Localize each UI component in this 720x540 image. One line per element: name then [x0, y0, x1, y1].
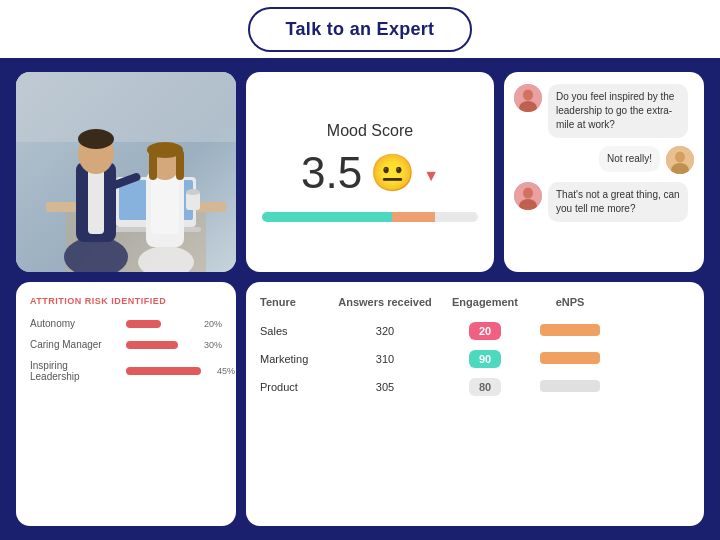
svg-rect-19	[176, 150, 184, 180]
th-answers: Answers received	[330, 296, 440, 308]
attrition-risk-3: Inspiring Leadership 45%	[30, 360, 222, 382]
mood-bar	[262, 212, 478, 222]
attrition-bar-1	[126, 320, 161, 328]
table-row-sales: Sales 320 20	[260, 322, 690, 340]
td-engagement-3: 80	[440, 378, 530, 396]
td-tenure-3: Product	[260, 381, 330, 393]
attrition-pct-3: 45%	[207, 366, 235, 376]
attrition-bar-container-3	[126, 367, 201, 375]
attrition-card: ATTRITION RISK IDENTIFIED Autonomy 20% C…	[16, 282, 236, 526]
svg-point-23	[523, 90, 533, 101]
attrition-bar-2	[126, 341, 178, 349]
td-enps-1	[530, 324, 610, 338]
chat-message-2: Not really!	[514, 146, 694, 174]
mood-score-row: 3.5 😐 ▼	[301, 148, 439, 198]
td-tenure-1: Sales	[260, 325, 330, 337]
main-content: Mood Score 3.5 😐 ▼ Do you feel inspir	[0, 58, 720, 540]
engagement-badge-2: 90	[469, 350, 501, 368]
td-answers-3: 305	[330, 381, 440, 393]
svg-point-11	[78, 129, 114, 149]
td-enps-2	[530, 352, 610, 366]
attrition-pct-1: 20%	[194, 319, 222, 329]
mood-score-number: 3.5	[301, 148, 362, 198]
td-answers-2: 310	[330, 353, 440, 365]
attrition-label: ATTRITION RISK IDENTIFIED	[30, 296, 222, 306]
svg-rect-1	[16, 72, 236, 142]
top-row: Mood Score 3.5 😐 ▼ Do you feel inspir	[16, 72, 704, 272]
mood-score-title: Mood Score	[327, 122, 413, 140]
chat-bubble-1: Do you feel inspired by the leadership t…	[548, 84, 688, 138]
attrition-bar-container-1	[126, 320, 188, 328]
attrition-pct-2: 30%	[194, 340, 222, 350]
engagement-badge-1: 20	[469, 322, 501, 340]
table-row-product: Product 305 80	[260, 378, 690, 396]
chat-bubble-3: That's not a great thing, can you tell m…	[548, 182, 688, 222]
attrition-risk-1: Autonomy 20%	[30, 318, 222, 329]
svg-rect-9	[88, 164, 104, 234]
td-answers-1: 320	[330, 325, 440, 337]
table-row-marketing: Marketing 310 90	[260, 350, 690, 368]
chat-bubble-2: Not really!	[599, 146, 660, 172]
svg-rect-15	[151, 174, 179, 234]
chat-avatar-3	[514, 182, 542, 210]
th-enps: eNPS	[530, 296, 610, 308]
mood-arrow-icon: ▼	[423, 167, 439, 185]
engagement-badge-3: 80	[469, 378, 501, 396]
chat-message-3: That's not a great thing, can you tell m…	[514, 182, 694, 222]
attrition-name-3: Inspiring Leadership	[30, 360, 120, 382]
enps-bar-2	[540, 352, 600, 364]
chat-avatar-1	[514, 84, 542, 112]
attrition-name-1: Autonomy	[30, 318, 120, 329]
mood-emoji: 😐	[370, 152, 415, 194]
td-engagement-2: 90	[440, 350, 530, 368]
th-engagement: Engagement	[440, 296, 530, 308]
td-tenure-2: Marketing	[260, 353, 330, 365]
svg-point-26	[675, 152, 685, 163]
chat-card: Do you feel inspired by the leadership t…	[504, 72, 704, 272]
top-bar: Talk to an Expert	[0, 0, 720, 58]
table-card: Tenure Answers received Engagement eNPS …	[246, 282, 704, 526]
td-engagement-1: 20	[440, 322, 530, 340]
th-tenure: Tenure	[260, 296, 330, 308]
svg-point-21	[186, 189, 200, 195]
attrition-bar-3	[126, 367, 201, 375]
bottom-row: ATTRITION RISK IDENTIFIED Autonomy 20% C…	[16, 282, 704, 526]
mood-score-card: Mood Score 3.5 😐 ▼	[246, 72, 494, 272]
attrition-risk-2: Caring Manager 30%	[30, 339, 222, 350]
table-header: Tenure Answers received Engagement eNPS	[260, 296, 690, 312]
chat-avatar-2	[666, 146, 694, 174]
attrition-name-2: Caring Manager	[30, 339, 120, 350]
attrition-bar-container-2	[126, 341, 188, 349]
enps-bar-3	[540, 380, 600, 392]
chat-message-1: Do you feel inspired by the leadership t…	[514, 84, 694, 138]
photo-card	[16, 72, 236, 272]
svg-rect-18	[149, 150, 157, 180]
talk-to-expert-button[interactable]: Talk to an Expert	[248, 7, 473, 52]
enps-bar-1	[540, 324, 600, 336]
svg-point-29	[523, 188, 533, 199]
td-enps-3	[530, 380, 610, 394]
